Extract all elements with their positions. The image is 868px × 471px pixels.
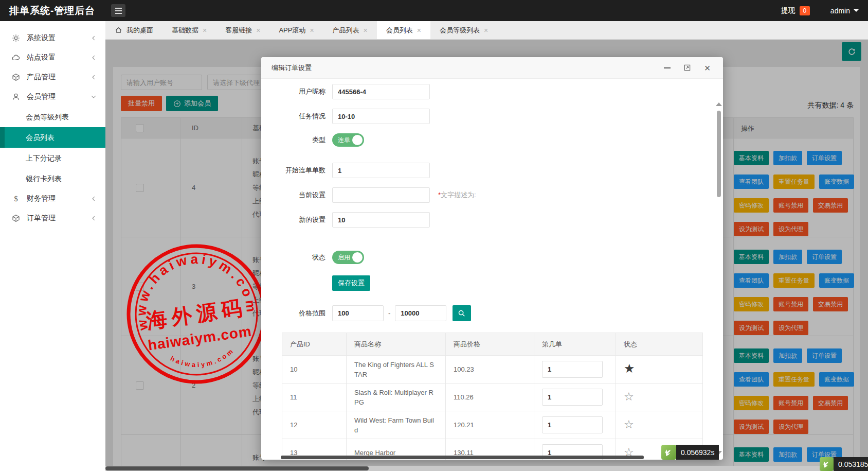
topbar: 排单系统-管理后台 提现 0 admin xyxy=(0,0,868,21)
save-settings-button[interactable]: 保存设置 xyxy=(332,275,370,291)
price-max-input[interactable] xyxy=(395,305,446,321)
caret-down-icon xyxy=(854,9,859,12)
order-index-input[interactable] xyxy=(542,389,603,406)
tab-1[interactable]: 基础数据× xyxy=(162,21,216,39)
user-menu[interactable]: admin xyxy=(830,7,850,15)
modal-body: 用户昵称 任务情况 类型 连单 开始连单单数 当前设置 *文字描述为: 新的设置… xyxy=(261,79,723,460)
thinkphp-debug-badge-modal[interactable]: 0.056932s xyxy=(661,445,719,460)
sidebar-item-label: 会员管理 xyxy=(27,92,90,101)
sidebar-item-1[interactable]: 站点设置 xyxy=(0,48,105,67)
sidebar-item-5[interactable]: 订单管理 xyxy=(0,208,105,228)
hamburger-icon xyxy=(115,8,122,9)
sidebar-subitem-3-1[interactable]: 会员列表 xyxy=(0,127,105,148)
modal-vertical-scrollbar[interactable] xyxy=(716,102,722,455)
header-product-name: 商品名称 xyxy=(347,333,446,356)
tab-label: 会员列表 xyxy=(386,26,413,35)
sidebar-item-0[interactable]: 系统设置 xyxy=(0,28,105,48)
star-outline-icon[interactable]: ☆ xyxy=(624,390,634,403)
product-row: 10The King of Fighters ALL STAR100.23★ xyxy=(282,356,703,383)
task-input[interactable] xyxy=(332,109,430,124)
product-name-cell: Slash & Roll: Multiplayer RPG xyxy=(347,383,446,411)
order-index-input[interactable] xyxy=(542,361,603,378)
sidebar-subitem-3-3[interactable]: 银行卡列表 xyxy=(0,168,105,189)
close-icon[interactable]: × xyxy=(703,63,712,72)
tab-label: 客服链接 xyxy=(225,26,252,35)
chevron-left-icon xyxy=(90,215,97,222)
product-name-cell: The King of Fighters ALL STAR xyxy=(347,356,446,383)
tab-2[interactable]: 客服链接× xyxy=(216,21,269,39)
product-name-cell: Wild West: Farm Town Build xyxy=(347,411,446,439)
tab-0[interactable]: 我的桌面 xyxy=(105,21,162,39)
thinkphp-debug-badge-page[interactable]: 0.053185s xyxy=(820,457,868,471)
modal-header: 编辑订单设置 × xyxy=(261,57,723,79)
sidebar-item-4[interactable]: $财务管理 xyxy=(0,189,105,208)
scrollbar-thumb[interactable] xyxy=(105,466,369,470)
scrollbar-thumb[interactable] xyxy=(717,111,721,197)
menu-toggle-button[interactable] xyxy=(111,4,125,17)
star-filled-icon[interactable]: ★ xyxy=(624,361,635,375)
order-index-cell xyxy=(534,356,616,383)
tab-6[interactable]: 会员等级列表× xyxy=(430,21,497,39)
tab-close-icon[interactable]: × xyxy=(364,27,368,34)
status-cell: ★ xyxy=(616,356,703,383)
minimize-icon[interactable] xyxy=(663,63,672,72)
modal-window-controls: × xyxy=(663,63,713,72)
thinkphp-logo-icon xyxy=(661,445,676,460)
start-count-input[interactable] xyxy=(332,163,430,178)
withdraw-link[interactable]: 提现 xyxy=(781,6,795,15)
scroll-up-arrow-icon[interactable] xyxy=(716,102,722,106)
product-price-cell: 110.26 xyxy=(446,383,534,411)
field-new-setting: 新的设置 xyxy=(261,212,723,228)
edit-order-settings-modal: 编辑订单设置 × 用户昵称 任务情况 类型 连单 开始连单单数 当前设置 xyxy=(261,57,723,460)
toggle-knob xyxy=(352,135,363,145)
star-outline-icon[interactable]: ☆ xyxy=(624,418,634,431)
product-row: 11Slash & Roll: Multiplayer RPG110.26☆ xyxy=(282,383,703,411)
product-price-cell: 120.21 xyxy=(446,411,534,439)
tab-close-icon[interactable]: × xyxy=(310,27,314,34)
status-cell: ☆ xyxy=(616,411,703,439)
tab-label: APP滚动 xyxy=(279,26,305,35)
product-id-cell: 11 xyxy=(282,383,347,411)
sidebar-subitem-3-2[interactable]: 上下分记录 xyxy=(0,148,105,168)
chevron-left-icon xyxy=(90,195,97,202)
tab-close-icon[interactable]: × xyxy=(203,27,207,34)
price-min-input[interactable] xyxy=(332,305,384,321)
field-status: 状态 启用 xyxy=(261,251,723,264)
sidebar-item-label: 产品管理 xyxy=(27,73,90,82)
sidebar-item-2[interactable]: 产品管理 xyxy=(0,67,105,87)
product-table: 产品ID 商品名称 商品价格 第几单 状态 10The King of Figh… xyxy=(282,333,703,460)
field-current: 当前设置 *文字描述为: xyxy=(261,187,723,203)
modal-horizontal-scrollbar[interactable] xyxy=(281,456,644,459)
current-setting-hint: *文字描述为: xyxy=(438,190,476,200)
status-cell: ☆ xyxy=(616,383,703,411)
tab-3[interactable]: APP滚动× xyxy=(269,21,323,39)
tab-close-icon[interactable]: × xyxy=(417,27,421,34)
status-toggle[interactable]: 启用 xyxy=(332,251,364,264)
sidebar-item-label: 财务管理 xyxy=(27,194,90,203)
chevron-left-icon xyxy=(90,54,97,61)
new-setting-input[interactable] xyxy=(332,212,430,228)
price-search-button[interactable] xyxy=(453,305,471,321)
cube-icon xyxy=(11,214,21,222)
gear-icon xyxy=(11,34,21,42)
nickname-input[interactable] xyxy=(332,84,430,99)
product-id-cell: 12 xyxy=(282,411,347,439)
sidebar-subitem-3-0[interactable]: 会员等级列表 xyxy=(0,107,105,127)
chevron-left-icon xyxy=(90,34,97,42)
toggle-knob xyxy=(352,252,363,263)
order-index-cell xyxy=(534,383,616,411)
home-icon xyxy=(115,26,122,34)
current-setting-input[interactable] xyxy=(332,187,430,203)
maximize-icon[interactable] xyxy=(683,63,692,72)
tab-close-icon[interactable]: × xyxy=(256,27,260,34)
order-index-input[interactable] xyxy=(542,416,603,433)
header-status: 状态 xyxy=(616,333,703,356)
page-horizontal-scrollbar[interactable] xyxy=(105,466,868,471)
user-icon xyxy=(11,93,21,101)
tab-close-icon[interactable]: × xyxy=(484,27,488,34)
type-toggle[interactable]: 连单 xyxy=(332,133,364,147)
tab-4[interactable]: 产品列表× xyxy=(323,21,377,39)
sidebar-item-3[interactable]: 会员管理 xyxy=(0,87,105,107)
tab-active-5[interactable]: 会员列表× xyxy=(377,21,430,39)
debug-time: 0.056932s xyxy=(676,445,719,460)
